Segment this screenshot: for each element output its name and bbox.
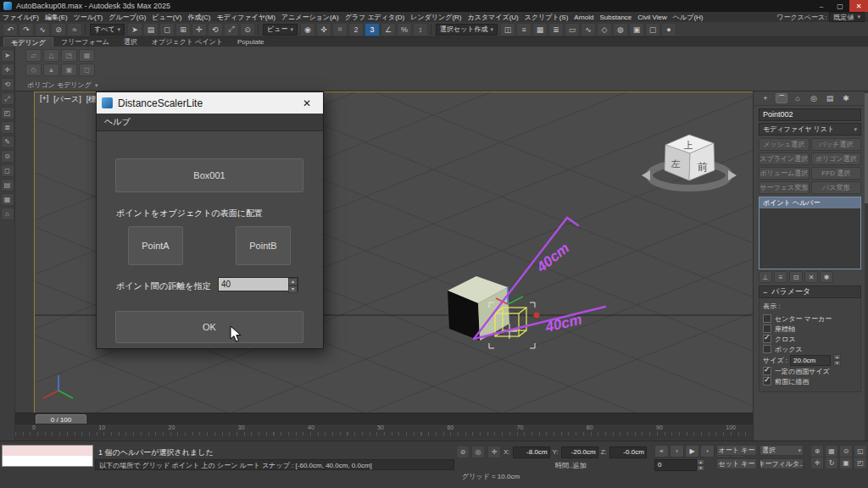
strip-list-icon[interactable]: ▤ (1, 179, 14, 191)
spinner-snap-icon[interactable]: ↕ (413, 23, 428, 36)
undo-icon[interactable]: ↶ (3, 23, 18, 36)
viewcube-front-label[interactable]: 前 (698, 161, 708, 173)
strip-region-icon[interactable]: ◰ (1, 107, 14, 119)
ribbon-tab[interactable]: モデリング (3, 37, 53, 47)
add-time-tag[interactable]: 時間..追加 (555, 461, 586, 470)
mirror-icon[interactable]: ◫ (500, 23, 515, 36)
show-end-result-icon[interactable]: ≡ (774, 271, 787, 283)
auto-key-button[interactable]: オート キー (716, 445, 757, 456)
material-editor-icon[interactable]: ◍ (613, 23, 628, 36)
listener-macro-pane[interactable] (3, 446, 92, 456)
render-setup-icon[interactable]: ▣ (629, 23, 644, 36)
curve-editor-icon[interactable]: ∿ (581, 23, 596, 36)
y-coordinate-field[interactable]: -20.0cm (561, 446, 598, 458)
ribbon-tab[interactable]: オブジェクト ペイント (145, 37, 230, 47)
ribbon-section[interactable]: ポリゴン モデリング ▾ (27, 80, 97, 90)
select-and-move-icon[interactable]: ✛ (192, 23, 207, 36)
z-coordinate-field[interactable]: -0.0cm (609, 446, 647, 458)
select-object-icon[interactable]: ➤ (127, 23, 142, 36)
snap-2d-icon[interactable]: 2 (348, 23, 364, 36)
ribbon-tool-5[interactable]: ◇ (25, 64, 42, 76)
stack-item[interactable]: ポイント ヘルパー (760, 197, 860, 208)
zoom-region-icon[interactable]: ▣ (839, 457, 853, 469)
selection-lock-icon[interactable]: ⊘ (456, 446, 470, 458)
next-frame-icon[interactable]: › (700, 445, 715, 458)
point-b-button[interactable]: PointB (236, 226, 291, 265)
key-filters-button[interactable]: キーフィルタ... (760, 458, 804, 469)
menu-item[interactable]: ツール(T) (71, 13, 106, 22)
view-cube[interactable]: 上 左 前 (642, 135, 737, 188)
dialog-title-bar[interactable]: DistanceScalerLite ✕ (97, 92, 323, 114)
ribbon-tab[interactable]: Populate (231, 37, 271, 47)
configure-modifier-sets-icon[interactable]: ✱ (820, 271, 833, 283)
viewport-label[interactable]: [パース] (53, 94, 81, 105)
listener-script-pane[interactable] (3, 456, 92, 466)
modify-tab[interactable]: ⌒ (776, 93, 787, 103)
display-checkbox[interactable]: ボックス (763, 344, 857, 354)
spin-up-icon[interactable]: ▴ (288, 278, 298, 286)
select-by-name-icon[interactable]: ▤ (143, 23, 159, 36)
viewcube-ring-arrow-right[interactable] (728, 170, 737, 180)
menu-item[interactable]: カスタマイズ(U) (465, 13, 521, 22)
spin-down-icon[interactable]: ▾ (833, 360, 841, 366)
keyboard-override-icon[interactable]: ⌗ (332, 23, 348, 36)
time-ruler[interactable]: 0102030405060708090100 (15, 424, 753, 441)
menu-item[interactable]: グラフ エディタ(D) (342, 13, 408, 22)
strip-scale-icon[interactable]: ⤢ (1, 92, 14, 105)
modifier-button[interactable]: ポリゴン選択 (811, 152, 862, 165)
x-coordinate-field[interactable]: -8.0cm (513, 446, 550, 458)
menu-item[interactable]: アニメーション(A) (279, 13, 342, 22)
use-pivot-center-icon[interactable]: ◉ (300, 23, 315, 36)
zoom-extents-icon[interactable]: ⊙ (839, 445, 853, 458)
display-checkbox[interactable]: センター マーカー (763, 313, 857, 324)
motion-tab[interactable]: ◎ (808, 93, 820, 103)
spin-up-icon[interactable]: ▴ (697, 459, 704, 465)
display-tab[interactable]: ▤ (824, 93, 836, 103)
pin-stack-icon[interactable]: ⊥ (759, 271, 772, 283)
menu-item[interactable]: 編集(E) (42, 13, 70, 22)
maximize-viewport-icon[interactable]: ◰ (854, 457, 867, 469)
select-and-rotate-icon[interactable]: ⟲ (208, 23, 223, 36)
snap-3d-icon[interactable]: 3 (364, 23, 380, 36)
modifier-button[interactable]: サーフェス変形 (759, 181, 810, 194)
create-tab[interactable]: + (760, 93, 771, 103)
field-of-view-icon[interactable]: ◱ (854, 445, 867, 458)
make-unique-icon[interactable]: ⊡ (789, 271, 803, 283)
remove-modifier-icon[interactable]: ✕ (804, 271, 818, 283)
viewcube-top-label[interactable]: 上 (684, 140, 693, 150)
previous-frame-icon[interactable]: ‹ (670, 445, 684, 458)
strip-box-icon[interactable]: ◻ (1, 164, 14, 177)
menu-item[interactable]: Civil View (635, 14, 670, 21)
absolute-mode-icon[interactable]: ✛ (487, 446, 501, 458)
ribbon-tool-3[interactable]: ◳ (61, 49, 77, 62)
scrollbar-thumb[interactable] (865, 93, 868, 203)
ribbon-tool-8[interactable]: ◻ (79, 64, 95, 76)
bind-to-space-warp-icon[interactable]: ≈ (67, 23, 82, 36)
panel-scrollbar[interactable] (865, 92, 868, 441)
strip-layers-icon[interactable]: ≣ (1, 121, 14, 134)
maxscript-mini-listener[interactable] (2, 445, 93, 467)
ribbon-tool-1[interactable]: ▱ (25, 49, 42, 62)
redo-icon[interactable]: ↷ (19, 23, 34, 36)
strip-home-icon[interactable]: ⌂ (1, 208, 14, 220)
select-and-place-icon[interactable]: ⊙ (240, 23, 255, 36)
menu-item[interactable]: ビュー(V) (149, 13, 184, 22)
ribbon-tool-4[interactable]: ▦ (79, 49, 95, 62)
maximize-button[interactable]: ▢ (831, 0, 849, 12)
go-to-start-icon[interactable]: « (654, 445, 669, 458)
play-icon[interactable]: ▶ (685, 445, 699, 458)
workspace-combo[interactable]: 既定値 ▾ (829, 12, 865, 22)
parameters-rollout-header[interactable]: − パラメータ (759, 286, 861, 298)
menu-item[interactable]: グループ(G) (106, 13, 148, 22)
rendered-frame-icon[interactable]: ▢ (645, 23, 660, 36)
distance-input[interactable] (219, 278, 288, 291)
minimize-button[interactable]: – (812, 0, 831, 12)
select-and-scale-icon[interactable]: ⤢ (224, 23, 239, 36)
strip-move-icon[interactable]: ✛ (1, 64, 14, 76)
named-selection-sets-combo[interactable]: 選択セット作成▾ (436, 24, 498, 36)
reference-coordinate-combo[interactable]: ビュー▾ (263, 24, 298, 36)
modifier-button[interactable]: パッチ選択 (811, 138, 862, 151)
size-spinner[interactable]: ▴ ▾ (833, 354, 841, 366)
spin-down-icon[interactable]: ▾ (288, 286, 298, 293)
spin-up-icon[interactable]: ▴ (833, 354, 841, 360)
